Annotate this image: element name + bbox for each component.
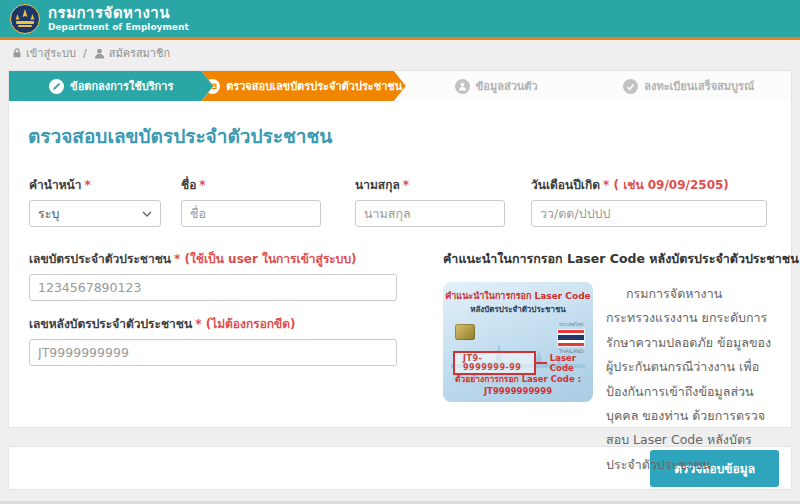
app-title-en: Department of Employment [48, 22, 189, 32]
user-icon [94, 48, 105, 59]
step-label: ข้อตกลงการใช้บริการ [70, 77, 173, 95]
page-bottom-strip [0, 490, 800, 504]
form-row-name: คำนำหน้า* ระบุ ชื่อ* นามสกุล* วันเดือนปี… [29, 175, 771, 227]
guide-heading: คำแนะนำในการกรอก Laser Code หลังบัตรประจ… [443, 249, 775, 269]
breadcrumb-login-label: เข้าสู่ระบบ [26, 44, 76, 62]
laser-code-input[interactable] [29, 339, 397, 366]
required-mark: * [403, 178, 409, 192]
step-tabs: ข้อตกลงการใช้บริการ ตรวจสอบเลขบัตรประจำต… [9, 71, 791, 101]
laser-code-label: เลขหลังบัตรประจำตัวประชาชน* (ไม่ต้องกรอก… [29, 314, 397, 333]
sample-card-subtitle: หลังบัตรประจำตัวประชาชน [443, 303, 593, 316]
person-icon [455, 79, 470, 94]
prefix-select-value: ระบุ [38, 204, 59, 224]
sample-card-title: คำแนะนำในการกรอก Laser Code [443, 282, 593, 303]
id-number-label: เลขบัตรประจำตัวประชาชน* (ใช้เป็น user ใน… [29, 249, 397, 268]
breadcrumb: เข้าสู่ระบบ / สมัครสมาชิก [0, 40, 800, 66]
pencil-icon [49, 79, 64, 94]
callout-line [536, 362, 547, 364]
card-chip [455, 324, 475, 340]
step-label: ข้อมูลส่วนตัว [476, 77, 538, 95]
registration-card: ข้อตกลงการใช้บริการ ตรวจสอบเลขบัตรประจำต… [8, 70, 792, 428]
birth-date-input[interactable] [531, 200, 767, 227]
required-mark: * (ไม่ต้องกรอกขีด) [195, 317, 295, 331]
prefix-select[interactable]: ระบุ [29, 200, 161, 227]
birth-date-label: วันเดือนปีเกิด* ( เช่น 09/09/2505) [531, 175, 767, 194]
flag-label-top: ประเทศไทย [559, 320, 583, 328]
chevron-down-icon [142, 211, 152, 217]
required-mark: * (ใช้เป็น user ในการเข้าสู่ระบบ) [174, 252, 356, 266]
step-verify-id-card[interactable]: ตรวจสอบเลขบัตรประจำตัวประชาชน [202, 71, 407, 101]
step-label: ตรวจสอบเลขบัตรประจำตัวประชาชน [226, 77, 402, 95]
required-mark: * ( เช่น 09/09/2505) [603, 178, 729, 192]
laser-code-example-text: ตัวอย่างการกรอก Laser Code : JT999999999… [443, 372, 593, 396]
app-header: กรมการจัดหางาน Department of Employment [0, 0, 800, 40]
required-mark: * [85, 178, 91, 192]
guide-paragraph: กรมการจัดหางาน กระทรวงแรงงาน ยกระดับการร… [606, 282, 775, 477]
step-personal-info[interactable]: ข้อมูลส่วนตัว [394, 71, 599, 101]
laser-code-sample-card: คำแนะนำในการกรอก Laser Code หลังบัตรประจ… [443, 282, 593, 402]
id-fields-column: เลขบัตรประจำตัวประชาชน* (ใช้เป็น user ใน… [29, 249, 397, 477]
laser-code-guide: คำแนะนำในการกรอก Laser Code หลังบัตรประจ… [443, 249, 775, 477]
required-mark: * [199, 178, 205, 192]
app-title-th: กรมการจัดหางาน [48, 5, 189, 22]
check-icon [623, 79, 638, 94]
first-name-label: ชื่อ* [181, 175, 321, 194]
breadcrumb-register-label: สมัครสมาชิก [109, 44, 171, 62]
breadcrumb-login-link[interactable]: เข้าสู่ระบบ [12, 44, 76, 62]
last-name-label: นามสกุล* [355, 175, 505, 194]
breadcrumb-separator: / [83, 47, 87, 60]
breadcrumb-register-link[interactable]: สมัครสมาชิก [94, 44, 171, 62]
last-name-input[interactable] [355, 200, 505, 227]
prefix-label: คำนำหน้า* [29, 175, 161, 194]
department-emblem-logo [10, 4, 40, 34]
id-number-input[interactable] [29, 274, 397, 301]
step-terms-of-service[interactable]: ข้อตกลงการใช้บริการ [9, 71, 214, 101]
page-title: ตรวจสอบเลขบัตรประจำตัวประชาชน [28, 121, 791, 151]
step-registration-complete[interactable]: ลงทะเบียนเสร็จสมบูรณ์ [587, 71, 792, 101]
laser-code-callout-label: Laser Code [550, 353, 593, 373]
lock-icon [12, 48, 22, 58]
step-label: ลงทะเบียนเสร็จสมบูรณ์ [644, 77, 754, 95]
first-name-input[interactable] [181, 200, 321, 227]
thailand-flag: ประเทศไทย THAILAND [556, 319, 586, 354]
